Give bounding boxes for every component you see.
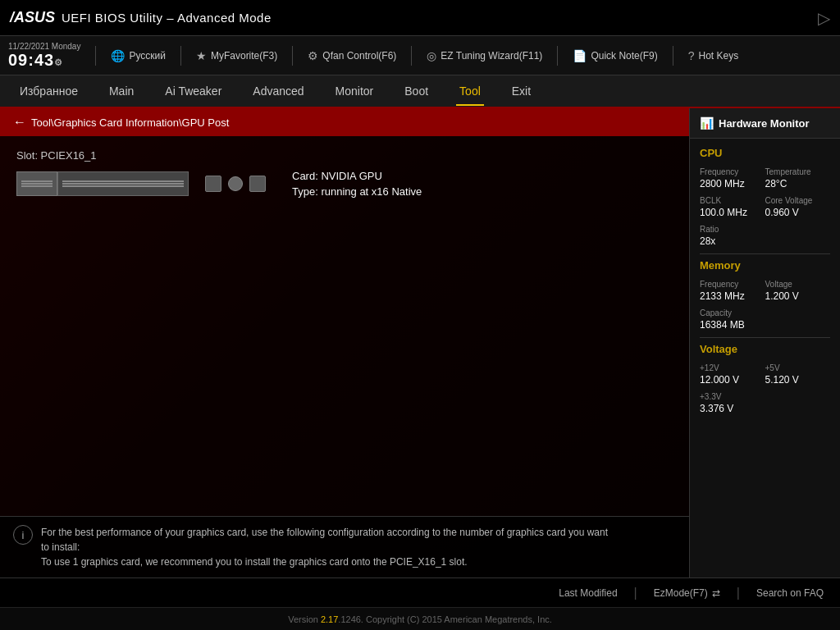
hw-cpu-freq-col: Frequency 2800 MHz [700, 167, 765, 189]
toolbar-quick-note[interactable]: 📄 Quick Note(F9) [566, 46, 664, 66]
chip-2 [249, 176, 266, 192]
gpu-slot-visual: Card: NVIDIA GPU Type: running at x16 Na… [16, 170, 673, 198]
toolbar-qfan[interactable]: ⚙ Qfan Control(F6) [301, 46, 403, 66]
header-bar: /ASUS UEFI BIOS Utility – Advanced Mode … [0, 0, 840, 36]
chip-1 [205, 176, 221, 192]
date-display: 11/22/2021 Monday [8, 42, 80, 51]
hw-cpu-freq-temp: Frequency 2800 MHz Temperature 28°C [700, 167, 830, 189]
toolbar-sep-5 [557, 46, 558, 66]
info-box: i For the best performance of your graph… [0, 516, 689, 578]
hw-33v: +3.3V 3.376 V [700, 392, 830, 414]
nav-menu: Избранное Main Ai Tweaker Advanced Monit… [0, 75, 840, 108]
hw-cpu-section: CPU Frequency 2800 MHz Temperature 28°C … [690, 139, 840, 429]
pcie-connector-short [16, 171, 57, 196]
header-title: UEFI BIOS Utility – Advanced Mode [62, 11, 272, 25]
mem-voltage-divider [700, 337, 830, 338]
info-text: For the best performance of your graphic… [41, 525, 608, 569]
pcie-chips [205, 176, 266, 192]
hw-cpu-title: CPU [700, 147, 830, 159]
toolbar: 11/22/2021 Monday 09:43⚙ 🌐 Русский ★ MyF… [0, 36, 840, 75]
time-display: 09:43⚙ [8, 51, 80, 70]
hw-voltage-title: Voltage [700, 343, 830, 355]
hw-33v-col: +3.3V 3.376 V [700, 392, 830, 414]
hw-capacity-col: Capacity 16384 MB [700, 308, 830, 331]
hw-12v-5v: +12V 12.000 V +5V 5.120 V [700, 363, 830, 386]
hw-cpu-temp-col: Temperature 28°C [765, 167, 831, 189]
qfan-icon: ⚙ [308, 49, 318, 62]
nav-boot[interactable]: Boot [401, 78, 431, 106]
hw-mem-freq-voltage: Frequency 2133 MHz Voltage 1.200 V [700, 280, 830, 302]
hotkeys-icon: ? [688, 49, 695, 62]
slot-label: Slot: PCIEX16_1 [16, 149, 673, 162]
hw-monitor-icon: 📊 [700, 116, 714, 130]
asus-logo: /ASUS [10, 9, 55, 26]
hw-memory-title: Memory [700, 259, 830, 272]
gpu-type: Type: running at x16 Native [292, 185, 422, 198]
ez-mode-icon: ⇄ [712, 587, 720, 599]
toolbar-hot-keys[interactable]: ? Hot Keys [682, 46, 745, 66]
version-bar: Version 2.17.1246. Copyright (C) 2015 Am… [0, 607, 840, 630]
hw-cpu-ratio: Ratio 28x [700, 225, 830, 247]
toolbar-sep-4 [411, 46, 412, 66]
footer-sep-2: | [737, 586, 740, 600]
quick-note-icon: 📄 [573, 49, 587, 62]
cursor-icon: ▷ [818, 8, 830, 28]
toolbar-ez-tuning[interactable]: ◎ EZ Tuning Wizard(F11) [420, 46, 549, 66]
pcie-slot [16, 171, 189, 196]
toolbar-language[interactable]: 🌐 Русский [104, 46, 172, 66]
chip-circle [228, 176, 243, 191]
hw-monitor-header: 📊 Hardware Monitor [690, 108, 840, 139]
ez-tuning-icon: ◎ [427, 49, 436, 62]
nav-advanced[interactable]: Advanced [249, 78, 307, 106]
pcie-connector-long [57, 171, 189, 196]
info-icon: i [13, 525, 33, 545]
footer-bar: Last Modified | EzMode(F7) ⇄ | Search on… [0, 578, 840, 607]
footer-sep-1: | [634, 586, 637, 600]
gpu-content: Slot: PCIEX16_1 [0, 136, 689, 516]
back-button[interactable]: ← [13, 115, 26, 130]
cpu-mem-divider [700, 253, 830, 254]
hw-5v-col: +5V 5.120 V [765, 363, 831, 386]
hw-bclk-col: BCLK 100.0 MHz [700, 196, 765, 218]
nav-izbrannoye[interactable]: Избранное [16, 78, 81, 106]
hw-monitor-title: Hardware Monitor [719, 117, 810, 130]
breadcrumb: ← Tool\Graphics Card Information\GPU Pos… [0, 108, 689, 136]
gpu-card-name: Card: NVIDIA GPU [292, 170, 422, 182]
hw-mem-voltage-col: Voltage 1.200 V [765, 280, 831, 302]
toolbar-sep-3 [292, 46, 293, 66]
breadcrumb-text: Tool\Graphics Card Information\GPU Post [31, 116, 229, 129]
hw-cpu-bclk-voltage: BCLK 100.0 MHz Core Voltage 0.960 V [700, 196, 830, 218]
hw-core-voltage-col: Core Voltage 0.960 V [765, 196, 831, 218]
hw-12v-col: +12V 12.000 V [700, 363, 765, 386]
footer-links: Last Modified | EzMode(F7) ⇄ | Search on… [559, 586, 824, 600]
toolbar-sep-2 [180, 46, 181, 66]
hw-mem-capacity: Capacity 16384 MB [700, 308, 830, 331]
content-area: ← Tool\Graphics Card Information\GPU Pos… [0, 108, 840, 578]
search-faq-link[interactable]: Search on FAQ [756, 586, 824, 600]
hw-ratio-col: Ratio 28x [700, 225, 830, 247]
toolbar-myfavorite[interactable]: ★ MyFavorite(F3) [189, 46, 284, 66]
main-panel: ← Tool\Graphics Card Information\GPU Pos… [0, 108, 689, 578]
nav-monitor[interactable]: Monitor [332, 78, 377, 106]
favorite-icon: ★ [196, 49, 207, 62]
ez-mode-link[interactable]: EzMode(F7) ⇄ [654, 586, 720, 600]
main-container: /ASUS UEFI BIOS Utility – Advanced Mode … [0, 0, 840, 630]
nav-main[interactable]: Main [106, 78, 137, 106]
hw-mem-freq-col: Frequency 2133 MHz [700, 280, 765, 302]
nav-tool[interactable]: Tool [456, 78, 484, 106]
version-text: Version 2.17.1246. Copyright (C) 2015 Am… [288, 614, 552, 624]
toolbar-sep-1 [95, 46, 96, 66]
gpu-info: Card: NVIDIA GPU Type: running at x16 Na… [292, 170, 422, 198]
settings-gear-icon[interactable]: ⚙ [54, 57, 63, 67]
last-modified-link[interactable]: Last Modified [559, 586, 617, 600]
language-icon: 🌐 [111, 49, 125, 62]
hardware-monitor-panel: 📊 Hardware Monitor CPU Frequency 2800 MH… [689, 108, 840, 578]
nav-exit[interactable]: Exit [509, 78, 534, 106]
datetime: 11/22/2021 Monday 09:43⚙ [8, 42, 80, 70]
nav-ai-tweaker[interactable]: Ai Tweaker [162, 78, 225, 106]
toolbar-sep-6 [673, 46, 673, 66]
